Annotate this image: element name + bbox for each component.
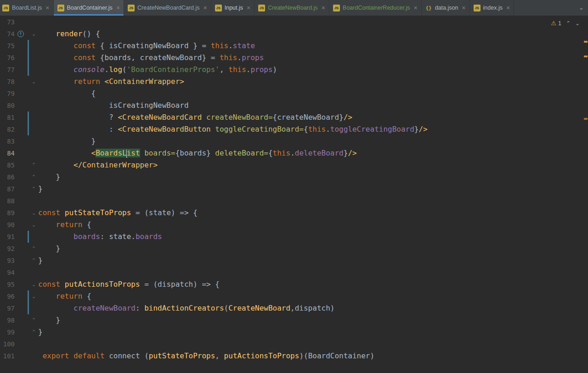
vcs-change-bar[interactable] [28, 40, 29, 52]
prev-issue-chevron-icon[interactable]: ⌃ [566, 20, 571, 27]
gutter[interactable] [15, 52, 38, 64]
code-line-96[interactable]: 96⌄ return { [0, 290, 588, 302]
code-line-77[interactable]: 77 console.log('BoardContainerProps', th… [0, 64, 588, 76]
vcs-change-bar[interactable] [28, 290, 29, 302]
code-line-88[interactable]: 88 [0, 195, 588, 207]
fold-expand-icon[interactable]: ⌃ [31, 314, 37, 326]
fold-collapse-icon[interactable]: ⌄ [31, 28, 37, 40]
tab-index.js[interactable]: JSindex.js× [470, 0, 514, 16]
gutter[interactable]: ⌄ [15, 219, 38, 231]
fold-collapse-icon[interactable]: ⌄ [31, 76, 37, 88]
code-line-86[interactable]: 86⌃ } [0, 171, 588, 183]
tab-CreateNewBoard.js[interactable]: JSCreateNewBoard.js× [254, 0, 329, 16]
vcs-change-bar[interactable] [28, 231, 29, 243]
tab-CreateNewBoardCard.js[interactable]: JSCreateNewBoardCard.js× [124, 0, 211, 16]
scrollbar-error-stripe-mark[interactable] [584, 56, 588, 57]
gutter[interactable]: ↑⌄ [15, 28, 38, 40]
tab-close-icon[interactable]: × [413, 5, 417, 11]
gutter[interactable] [15, 16, 38, 28]
code-line-81[interactable]: 81 ? <CreateNewBoardCard createNewBoard=… [0, 111, 588, 123]
tab-close-icon[interactable]: × [322, 5, 325, 11]
fold-collapse-icon[interactable]: ⌄ [31, 278, 37, 290]
code-line-94[interactable]: 94 [0, 267, 588, 278]
tab-close-icon[interactable]: × [204, 5, 207, 11]
tab-close-icon[interactable]: × [45, 5, 49, 11]
vcs-change-bar[interactable] [28, 64, 29, 76]
vcs-change-bar[interactable] [28, 111, 29, 123]
tab-close-icon[interactable]: × [462, 5, 465, 11]
code-line-84[interactable]: 84 <BoardsList boards={boards} deleteBoa… [0, 147, 588, 159]
fold-collapse-icon[interactable]: ⌄ [31, 290, 37, 302]
gutter[interactable]: ⌄ [15, 207, 38, 219]
code-line-97[interactable]: 97 createNewBoard: bindActionCreators(Cr… [0, 302, 588, 314]
code-line-101[interactable]: 101 export default connect (putStateToPr… [0, 350, 588, 362]
code-line-87[interactable]: 87⌃} [0, 183, 588, 195]
code-line-92[interactable]: 92⌃ } [0, 243, 588, 255]
gutter[interactable]: ⌃ [15, 314, 38, 326]
scrollbar-error-stripe-mark[interactable] [584, 41, 588, 43]
fold-expand-icon[interactable]: ⌃ [31, 255, 37, 267]
fold-expand-icon[interactable]: ⌃ [31, 171, 37, 183]
fold-expand-icon[interactable]: ⌃ [31, 183, 37, 195]
gutter[interactable] [15, 350, 38, 362]
code-line-75[interactable]: 75 const { isCreatingNewBoard } = this.s… [0, 40, 588, 52]
gutter[interactable]: ⌃ [15, 326, 38, 338]
gutter[interactable] [15, 40, 38, 52]
code-line-79[interactable]: 79 { [0, 88, 588, 100]
tab-data.json[interactable]: {}data.json× [422, 0, 470, 16]
code-line-99[interactable]: 99⌃} [0, 326, 588, 338]
tab-BoardContainerReducer.js[interactable]: JSBoardContainerReducer.js× [329, 0, 422, 16]
gutter[interactable]: ⌃ [15, 243, 38, 255]
tab-close-icon[interactable]: × [247, 5, 250, 11]
gutter[interactable]: ⌄ [15, 290, 38, 302]
gutter[interactable] [15, 111, 38, 123]
fold-expand-icon[interactable]: ⌃ [31, 159, 37, 171]
fold-expand-icon[interactable]: ⌃ [31, 326, 37, 338]
gutter[interactable]: ⌃ [15, 255, 38, 267]
code-line-100[interactable]: 100 [0, 338, 588, 350]
code-line-80[interactable]: 80 isCreatingNewBoard [0, 100, 588, 111]
inspection-widget[interactable]: ⚠ 1 ⌃ ⌄ [551, 20, 580, 27]
code-line-98[interactable]: 98⌃ } [0, 314, 588, 326]
tab-Input.js[interactable]: JSInput.js× [211, 0, 255, 16]
gutter[interactable]: ⌃ [15, 171, 38, 183]
vcs-change-bar[interactable] [28, 123, 29, 135]
vcs-change-bar[interactable] [28, 302, 29, 314]
gutter[interactable] [15, 64, 38, 76]
gutter[interactable] [15, 302, 38, 314]
gutter[interactable] [15, 123, 38, 135]
gutter[interactable] [15, 147, 38, 159]
code-line-85[interactable]: 85⌃ </ContainerWrapper> [0, 159, 588, 171]
scrollbar-error-stripe-mark[interactable] [584, 118, 588, 120]
gutter[interactable]: ⌃ [15, 183, 38, 195]
code-line-78[interactable]: 78⌄ return <ContainerWrapper> [0, 76, 588, 88]
code-area[interactable]: 7374↑⌄ render() {75 const { isCreatingNe… [0, 16, 588, 373]
gutter[interactable] [15, 135, 38, 147]
gutter[interactable]: ⌄ [15, 278, 38, 290]
gutter[interactable] [15, 100, 38, 111]
fold-collapse-icon[interactable]: ⌄ [31, 207, 37, 219]
vcs-change-bar[interactable] [28, 52, 29, 64]
code-line-90[interactable]: 90⌄ return { [0, 219, 588, 231]
code-line-74[interactable]: 74↑⌄ render() { [0, 28, 588, 40]
gutter[interactable] [15, 338, 38, 350]
gutter[interactable]: ⌄ [15, 76, 38, 88]
code-line-91[interactable]: 91 boards: state.boards [0, 231, 588, 243]
code-line-82[interactable]: 82 : <CreateNewBoardButton toggleCreatin… [0, 123, 588, 135]
gutter[interactable] [15, 267, 38, 278]
fold-collapse-icon[interactable]: ⌄ [31, 219, 37, 231]
gutter[interactable]: ⌃ [15, 159, 38, 171]
code-line-83[interactable]: 83 } [0, 135, 588, 147]
code-line-76[interactable]: 76 const {boards, createNewBoard} = this… [0, 52, 588, 64]
gutter[interactable] [15, 88, 38, 100]
code-line-93[interactable]: 93⌃} [0, 255, 588, 267]
code-line-95[interactable]: 95⌄const putActionsToProps = (dispatch) … [0, 278, 588, 290]
scrollbar[interactable] [583, 16, 588, 373]
gutter[interactable] [15, 231, 38, 243]
hidden-tabs-chevron-icon[interactable]: ⌄ [575, 4, 588, 11]
overrides-method-icon[interactable]: ↑ [17, 31, 24, 37]
tab-BoardContainer.js[interactable]: JSBoardContainer.js× [54, 0, 124, 16]
fold-expand-icon[interactable]: ⌃ [31, 243, 37, 255]
code-line-89[interactable]: 89⌄const putStateToProps = (state) => { [0, 207, 588, 219]
code-editor[interactable]: ⚠ 1 ⌃ ⌄ 7374↑⌄ render() {75 const { isCr… [0, 16, 588, 373]
